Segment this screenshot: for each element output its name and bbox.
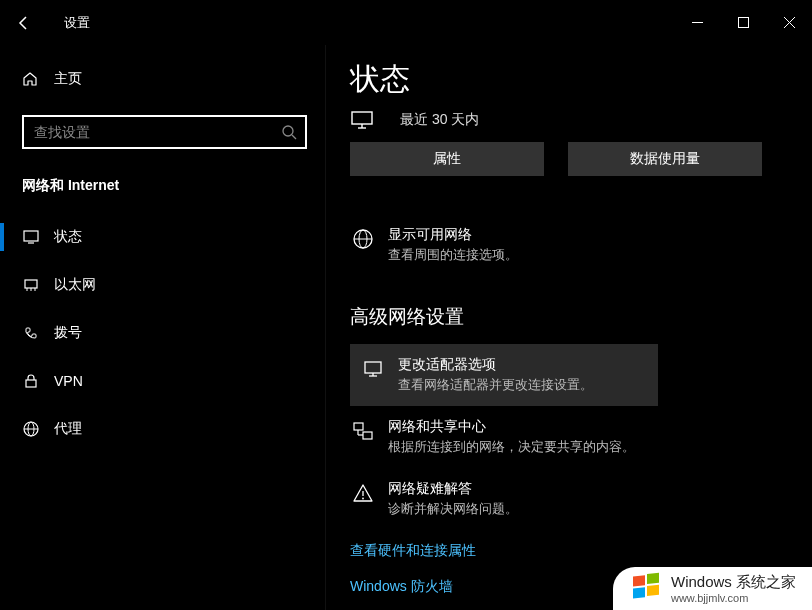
option-title: 更改适配器选项 bbox=[398, 356, 593, 374]
nav-list: 状态 以太网 拨号 VPN bbox=[0, 217, 325, 449]
dialup-icon bbox=[22, 324, 40, 342]
sidebar-item-vpn[interactable]: VPN bbox=[0, 361, 325, 401]
sidebar-home-label: 主页 bbox=[54, 70, 82, 88]
close-button[interactable] bbox=[766, 7, 812, 39]
svg-rect-34 bbox=[647, 585, 659, 596]
svg-rect-22 bbox=[365, 362, 381, 373]
sidebar-item-status[interactable]: 状态 bbox=[0, 217, 325, 257]
search-wrap bbox=[22, 115, 307, 149]
button-row: 属性 数据使用量 bbox=[350, 142, 812, 176]
sharing-icon bbox=[350, 420, 376, 442]
svg-line-5 bbox=[292, 135, 296, 139]
vpn-icon bbox=[22, 372, 40, 390]
titlebar-title: 设置 bbox=[64, 14, 90, 32]
usage-row: 最近 30 天内 bbox=[350, 110, 812, 130]
svg-rect-8 bbox=[25, 280, 37, 288]
titlebar: 设置 bbox=[0, 0, 812, 45]
svg-point-30 bbox=[362, 498, 364, 500]
sidebar-item-label: 状态 bbox=[54, 228, 82, 246]
network-sharing-center[interactable]: 网络和共享中心 根据所连接到的网络，决定要共享的内容。 bbox=[350, 406, 812, 468]
option-subtitle: 根据所连接到的网络，决定要共享的内容。 bbox=[388, 438, 635, 456]
watermark-main: Windows 系统之家 bbox=[671, 573, 796, 592]
option-subtitle: 诊断并解决网络问题。 bbox=[388, 500, 518, 518]
watermark-sub: www.bjjmlv.com bbox=[671, 592, 796, 604]
link-hardware-props[interactable]: 查看硬件和连接属性 bbox=[350, 542, 812, 560]
globe-icon bbox=[350, 228, 376, 250]
svg-rect-6 bbox=[24, 231, 38, 241]
advanced-heading: 高级网络设置 bbox=[350, 304, 812, 330]
search-input[interactable] bbox=[34, 124, 281, 140]
show-available-networks[interactable]: 显示可用网络 查看周围的连接选项。 bbox=[350, 214, 812, 276]
content-area: 状态 最近 30 天内 属性 数据使用量 显示可用网络 查看周围的连接选项。 高 bbox=[326, 45, 812, 610]
search-box[interactable] bbox=[22, 115, 307, 149]
monitor-icon bbox=[350, 110, 386, 130]
data-usage-button[interactable]: 数据使用量 bbox=[568, 142, 762, 176]
sidebar-item-label: 以太网 bbox=[54, 276, 96, 294]
change-adapter-options[interactable]: 更改适配器选项 查看网络适配器并更改连接设置。 bbox=[350, 344, 658, 406]
back-button[interactable] bbox=[0, 0, 48, 45]
sidebar-item-ethernet[interactable]: 以太网 bbox=[0, 265, 325, 305]
svg-rect-16 bbox=[352, 112, 372, 124]
adapter-icon bbox=[360, 358, 386, 380]
option-title: 网络疑难解答 bbox=[388, 480, 518, 498]
sidebar: 主页 网络和 Internet 状态 以太网 bbox=[0, 45, 326, 610]
svg-rect-12 bbox=[26, 380, 36, 387]
sidebar-item-label: 拨号 bbox=[54, 324, 82, 342]
option-title: 网络和共享中心 bbox=[388, 418, 635, 436]
warning-icon bbox=[350, 482, 376, 504]
window-controls bbox=[674, 7, 812, 39]
network-troubleshoot[interactable]: 网络疑难解答 诊断并解决网络问题。 bbox=[350, 468, 812, 530]
ethernet-icon bbox=[22, 276, 40, 294]
option-subtitle: 查看网络适配器并更改连接设置。 bbox=[398, 376, 593, 394]
sidebar-home[interactable]: 主页 bbox=[0, 57, 325, 101]
page-heading: 状态 bbox=[350, 59, 812, 100]
usage-text: 最近 30 天内 bbox=[400, 111, 479, 129]
svg-rect-31 bbox=[633, 575, 645, 586]
svg-rect-33 bbox=[633, 587, 645, 598]
sidebar-section-title: 网络和 Internet bbox=[22, 177, 325, 195]
status-icon bbox=[22, 228, 40, 246]
option-subtitle: 查看周围的连接选项。 bbox=[388, 246, 518, 264]
maximize-button[interactable] bbox=[720, 7, 766, 39]
watermark: Windows 系统之家 www.bjjmlv.com bbox=[613, 567, 812, 610]
svg-rect-1 bbox=[738, 18, 748, 28]
sidebar-item-dialup[interactable]: 拨号 bbox=[0, 313, 325, 353]
sidebar-item-label: VPN bbox=[54, 373, 83, 389]
svg-rect-25 bbox=[354, 423, 363, 430]
windows-logo-icon bbox=[629, 571, 663, 608]
svg-point-4 bbox=[283, 126, 293, 136]
search-icon bbox=[281, 124, 297, 140]
svg-rect-26 bbox=[363, 432, 372, 439]
properties-button[interactable]: 属性 bbox=[350, 142, 544, 176]
proxy-icon bbox=[22, 420, 40, 438]
sidebar-item-proxy[interactable]: 代理 bbox=[0, 409, 325, 449]
svg-rect-32 bbox=[647, 573, 659, 584]
minimize-button[interactable] bbox=[674, 7, 720, 39]
option-title: 显示可用网络 bbox=[388, 226, 518, 244]
sidebar-item-label: 代理 bbox=[54, 420, 82, 438]
home-icon bbox=[22, 71, 40, 87]
